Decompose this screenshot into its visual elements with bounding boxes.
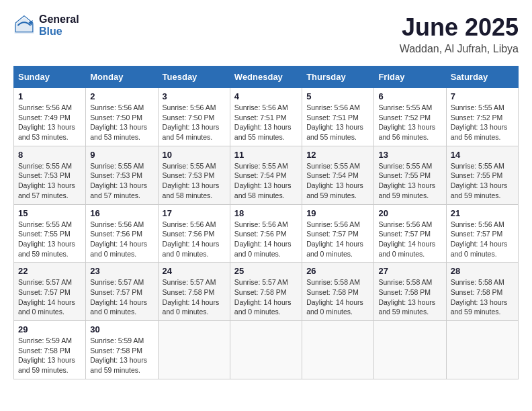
day-info: Sunrise: 5:56 AM Sunset: 7:57 PM Dayligh…	[378, 220, 441, 259]
calendar-cell: 19Sunrise: 5:56 AM Sunset: 7:57 PM Dayli…	[302, 204, 374, 263]
calendar-header-row: SundayMondayTuesdayWednesdayThursdayFrid…	[14, 66, 519, 88]
day-number: 26	[306, 266, 369, 276]
calendar-cell: 13Sunrise: 5:55 AM Sunset: 7:55 PM Dayli…	[374, 146, 446, 204]
day-number: 15	[18, 208, 81, 218]
calendar-week-1: 1Sunrise: 5:56 AM Sunset: 7:49 PM Daylig…	[14, 88, 519, 146]
day-info: Sunrise: 5:57 AM Sunset: 7:58 PM Dayligh…	[163, 277, 226, 317]
calendar-title: June 2025	[400, 13, 519, 42]
day-number: 11	[234, 150, 298, 160]
calendar-cell: 22Sunrise: 5:57 AM Sunset: 7:57 PM Dayli…	[14, 263, 86, 321]
title-section: June 2025 Waddan, Al Jufrah, Libya	[400, 13, 519, 55]
day-info: Sunrise: 5:58 AM Sunset: 7:58 PM Dayligh…	[378, 277, 441, 317]
calendar-table: SundayMondayTuesdayWednesdayThursdayFrid…	[13, 66, 519, 379]
calendar-cell: 6Sunrise: 5:55 AM Sunset: 7:52 PM Daylig…	[374, 88, 446, 146]
header-monday: Monday	[86, 66, 158, 88]
calendar-cell: 18Sunrise: 5:56 AM Sunset: 7:56 PM Dayli…	[230, 204, 302, 263]
page-header: General Blue June 2025 Waddan, Al Jufrah…	[13, 13, 519, 55]
calendar-cell: 16Sunrise: 5:56 AM Sunset: 7:56 PM Dayli…	[86, 204, 158, 263]
day-number: 30	[90, 324, 153, 334]
header-saturday: Saturday	[446, 66, 518, 88]
calendar-cell: 12Sunrise: 5:55 AM Sunset: 7:54 PM Dayli…	[302, 146, 374, 204]
day-info: Sunrise: 5:55 AM Sunset: 7:54 PM Dayligh…	[306, 161, 369, 201]
day-info: Sunrise: 5:55 AM Sunset: 7:53 PM Dayligh…	[18, 161, 81, 201]
calendar-week-5: 29Sunrise: 5:59 AM Sunset: 7:58 PM Dayli…	[14, 321, 519, 379]
day-number: 29	[18, 324, 81, 334]
calendar-cell: 28Sunrise: 5:58 AM Sunset: 7:58 PM Dayli…	[446, 263, 518, 321]
day-info: Sunrise: 5:55 AM Sunset: 7:55 PM Dayligh…	[378, 161, 441, 201]
day-number: 12	[306, 150, 369, 160]
day-info: Sunrise: 5:57 AM Sunset: 7:57 PM Dayligh…	[90, 277, 153, 317]
calendar-cell	[158, 321, 230, 379]
day-info: Sunrise: 5:55 AM Sunset: 7:52 PM Dayligh…	[378, 103, 441, 142]
day-number: 19	[306, 208, 369, 218]
calendar-cell: 24Sunrise: 5:57 AM Sunset: 7:58 PM Dayli…	[158, 263, 230, 321]
day-number: 3	[163, 91, 226, 101]
day-number: 8	[18, 150, 81, 160]
day-number: 24	[163, 266, 226, 276]
day-number: 14	[451, 150, 514, 160]
svg-marker-0	[15, 17, 34, 34]
day-number: 23	[90, 266, 153, 276]
day-info: Sunrise: 5:57 AM Sunset: 7:57 PM Dayligh…	[18, 277, 81, 317]
day-info: Sunrise: 5:59 AM Sunset: 7:58 PM Dayligh…	[90, 336, 153, 375]
calendar-cell: 29Sunrise: 5:59 AM Sunset: 7:58 PM Dayli…	[14, 321, 86, 379]
day-info: Sunrise: 5:57 AM Sunset: 7:58 PM Dayligh…	[234, 277, 298, 317]
calendar-cell: 15Sunrise: 5:55 AM Sunset: 7:55 PM Dayli…	[14, 204, 86, 263]
header-wednesday: Wednesday	[230, 66, 302, 88]
day-info: Sunrise: 5:56 AM Sunset: 7:57 PM Dayligh…	[451, 220, 514, 259]
calendar-cell	[374, 321, 446, 379]
calendar-cell: 8Sunrise: 5:55 AM Sunset: 7:53 PM Daylig…	[14, 146, 86, 204]
day-number: 5	[306, 91, 369, 101]
logo: General Blue	[13, 13, 79, 37]
day-info: Sunrise: 5:56 AM Sunset: 7:50 PM Dayligh…	[90, 103, 153, 142]
calendar-cell: 10Sunrise: 5:55 AM Sunset: 7:53 PM Dayli…	[158, 146, 230, 204]
calendar-cell	[230, 321, 302, 379]
calendar-cell: 3Sunrise: 5:56 AM Sunset: 7:50 PM Daylig…	[158, 88, 230, 146]
header-friday: Friday	[374, 66, 446, 88]
day-number: 1	[18, 91, 81, 101]
calendar-cell: 14Sunrise: 5:55 AM Sunset: 7:55 PM Dayli…	[446, 146, 518, 204]
day-info: Sunrise: 5:56 AM Sunset: 7:56 PM Dayligh…	[90, 220, 153, 259]
day-number: 4	[234, 91, 298, 101]
calendar-cell	[302, 321, 374, 379]
header-tuesday: Tuesday	[158, 66, 230, 88]
calendar-cell: 27Sunrise: 5:58 AM Sunset: 7:58 PM Dayli…	[374, 263, 446, 321]
calendar-subtitle: Waddan, Al Jufrah, Libya	[400, 43, 519, 55]
calendar-cell: 5Sunrise: 5:56 AM Sunset: 7:51 PM Daylig…	[302, 88, 374, 146]
day-info: Sunrise: 5:56 AM Sunset: 7:51 PM Dayligh…	[234, 103, 298, 142]
calendar-cell: 9Sunrise: 5:55 AM Sunset: 7:53 PM Daylig…	[86, 146, 158, 204]
day-number: 6	[378, 91, 441, 101]
day-info: Sunrise: 5:55 AM Sunset: 7:52 PM Dayligh…	[451, 103, 514, 142]
day-number: 13	[378, 150, 441, 160]
day-number: 9	[90, 150, 153, 160]
day-info: Sunrise: 5:58 AM Sunset: 7:58 PM Dayligh…	[306, 277, 369, 317]
calendar-week-4: 22Sunrise: 5:57 AM Sunset: 7:57 PM Dayli…	[14, 263, 519, 321]
day-number: 18	[234, 208, 298, 218]
day-number: 17	[163, 208, 226, 218]
calendar-cell: 20Sunrise: 5:56 AM Sunset: 7:57 PM Dayli…	[374, 204, 446, 263]
day-number: 10	[163, 150, 226, 160]
day-number: 16	[90, 208, 153, 218]
day-number: 20	[378, 208, 441, 218]
calendar-cell: 2Sunrise: 5:56 AM Sunset: 7:50 PM Daylig…	[86, 88, 158, 146]
calendar-cell: 4Sunrise: 5:56 AM Sunset: 7:51 PM Daylig…	[230, 88, 302, 146]
calendar-cell: 1Sunrise: 5:56 AM Sunset: 7:49 PM Daylig…	[14, 88, 86, 146]
day-info: Sunrise: 5:56 AM Sunset: 7:56 PM Dayligh…	[234, 220, 298, 259]
day-number: 7	[451, 91, 514, 101]
calendar-week-2: 8Sunrise: 5:55 AM Sunset: 7:53 PM Daylig…	[14, 146, 519, 204]
day-info: Sunrise: 5:56 AM Sunset: 7:49 PM Dayligh…	[18, 103, 81, 142]
day-info: Sunrise: 5:59 AM Sunset: 7:58 PM Dayligh…	[18, 336, 81, 375]
day-info: Sunrise: 5:56 AM Sunset: 7:51 PM Dayligh…	[306, 103, 369, 142]
day-info: Sunrise: 5:55 AM Sunset: 7:54 PM Dayligh…	[234, 161, 298, 201]
calendar-cell: 21Sunrise: 5:56 AM Sunset: 7:57 PM Dayli…	[446, 204, 518, 263]
calendar-cell: 26Sunrise: 5:58 AM Sunset: 7:58 PM Dayli…	[302, 263, 374, 321]
calendar-cell: 11Sunrise: 5:55 AM Sunset: 7:54 PM Dayli…	[230, 146, 302, 204]
day-number: 22	[18, 266, 81, 276]
day-info: Sunrise: 5:56 AM Sunset: 7:50 PM Dayligh…	[163, 103, 226, 142]
day-info: Sunrise: 5:56 AM Sunset: 7:57 PM Dayligh…	[306, 220, 369, 259]
header-thursday: Thursday	[302, 66, 374, 88]
day-number: 27	[378, 266, 441, 276]
logo-text: General Blue	[39, 13, 79, 37]
day-info: Sunrise: 5:55 AM Sunset: 7:53 PM Dayligh…	[163, 161, 226, 201]
calendar-week-3: 15Sunrise: 5:55 AM Sunset: 7:55 PM Dayli…	[14, 204, 519, 263]
